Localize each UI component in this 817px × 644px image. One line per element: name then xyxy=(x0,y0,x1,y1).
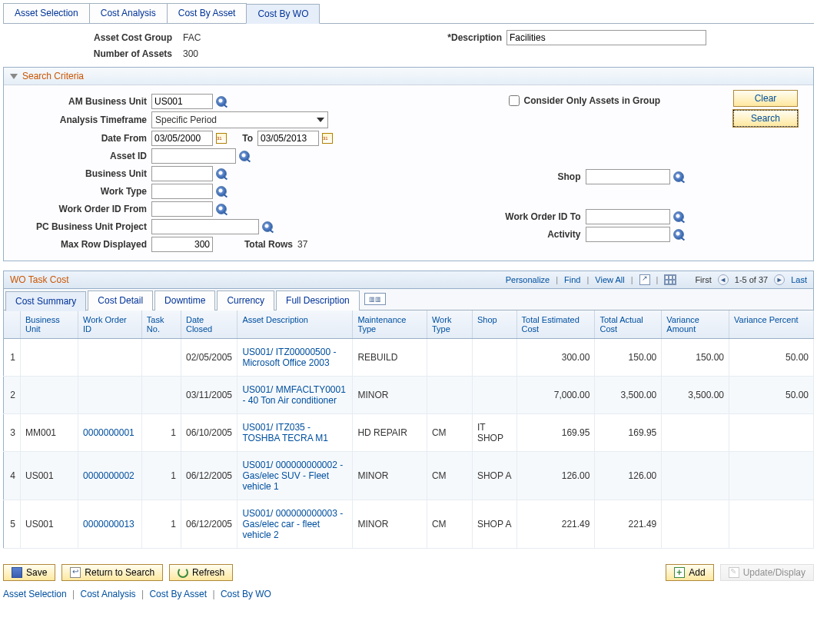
max-row-displayed-input[interactable] xyxy=(151,237,213,252)
first-label: First xyxy=(695,275,711,284)
cell-link[interactable]: US001/ 000000000003 - Gas/elec car - fle… xyxy=(242,508,343,540)
col-date-closed[interactable]: Date Closed xyxy=(181,310,237,339)
return-to-search-button[interactable]: Return to Search xyxy=(61,564,163,581)
work-order-id-to-label: Work Order ID To xyxy=(409,211,586,222)
col-task-no[interactable]: Task No. xyxy=(141,310,181,339)
shop-input[interactable] xyxy=(586,169,670,184)
subtab-currency[interactable]: Currency xyxy=(217,290,274,310)
col-asset-description[interactable]: Asset Description xyxy=(237,310,353,339)
number-of-assets-value: 300 xyxy=(180,48,198,59)
lookup-icon[interactable] xyxy=(673,229,684,240)
asset-id-label: Asset ID xyxy=(13,151,151,161)
tab-cost-analysis[interactable]: Cost Analysis xyxy=(89,3,168,23)
asset-cost-group-label: Asset Cost Group xyxy=(65,32,180,43)
update-icon xyxy=(729,567,739,578)
chevron-down-icon xyxy=(317,118,324,122)
tab-cost-by-wo[interactable]: Cost By WO xyxy=(246,4,320,24)
popout-icon[interactable] xyxy=(639,274,650,285)
add-button[interactable]: Add xyxy=(666,564,713,581)
save-button[interactable]: Save xyxy=(3,564,55,581)
calendar-icon[interactable]: 31 xyxy=(322,133,333,144)
last-link[interactable]: Last xyxy=(791,275,807,284)
subtab-downtime[interactable]: Downtime xyxy=(154,290,215,310)
business-unit-label: Business Unit xyxy=(13,168,151,179)
work-order-id-to-input[interactable] xyxy=(586,209,670,224)
spreadsheet-icon[interactable] xyxy=(664,274,676,285)
search-criteria-title: Search Criteria xyxy=(22,71,84,81)
cell-link[interactable]: US001/ ITZ00000500 - Microsoft Office 20… xyxy=(242,347,336,368)
date-to-label: To xyxy=(227,133,257,144)
calendar-icon[interactable]: 31 xyxy=(216,133,227,144)
refresh-button[interactable]: Refresh xyxy=(169,564,233,581)
link-cost-by-wo[interactable]: Cost By WO xyxy=(221,589,271,599)
search-criteria-header[interactable]: Search Criteria xyxy=(4,68,813,85)
number-of-assets-label: Number of Assets xyxy=(65,48,180,59)
subtab-full-description[interactable]: Full Description xyxy=(276,290,360,310)
tab-cost-by-asset[interactable]: Cost By Asset xyxy=(167,3,247,23)
col-total-estimated-cost[interactable]: Total Estimated Cost xyxy=(516,310,595,339)
find-link[interactable]: Find xyxy=(564,275,580,284)
date-to-input[interactable] xyxy=(257,131,319,146)
cell-link[interactable]: US001/ 000000000002 - Gas/elec SUV - Fle… xyxy=(242,460,343,492)
view-all-link[interactable]: View All xyxy=(595,275,624,284)
date-from-input[interactable] xyxy=(151,131,213,146)
col-work-order-id[interactable]: Work Order ID xyxy=(78,310,142,339)
next-page-icon[interactable]: ► xyxy=(774,274,785,285)
cell-link[interactable]: US001/ MMFACLTY0001 - 40 Ton Air conditi… xyxy=(242,384,346,406)
lookup-icon[interactable] xyxy=(216,204,227,214)
subtab-cost-detail[interactable]: Cost Detail xyxy=(88,290,153,310)
work-order-id-from-input[interactable] xyxy=(151,201,213,217)
analysis-timeframe-select[interactable]: Specific Period xyxy=(151,111,328,128)
table-row: 5US0010000000013106/12/2005US001/ 000000… xyxy=(4,500,814,549)
grid-header: WO Task Cost Personalize | Find | View A… xyxy=(3,271,814,289)
link-cost-by-asset[interactable]: Cost By Asset xyxy=(149,589,207,599)
lookup-icon[interactable] xyxy=(262,221,273,232)
cell-link[interactable]: 0000000002 xyxy=(83,470,135,481)
show-all-columns-icon[interactable]: ▥▥ xyxy=(364,293,386,305)
activity-input[interactable] xyxy=(586,227,670,242)
col-variance-percent[interactable]: Variance Percent xyxy=(729,310,814,339)
consider-only-checkbox[interactable] xyxy=(509,95,520,106)
pc-business-unit-project-label: PC Business Unit Project xyxy=(13,221,151,232)
search-criteria-panel: Search Criteria Clear Search AM Business… xyxy=(3,67,814,261)
am-business-unit-label: AM Business Unit xyxy=(13,96,151,107)
col-total-actual-cost[interactable]: Total Actual Cost xyxy=(595,310,662,339)
lookup-icon[interactable] xyxy=(673,171,684,182)
am-business-unit-input[interactable] xyxy=(151,94,213,109)
lookup-icon[interactable] xyxy=(673,211,684,222)
cell-link[interactable]: US001/ ITZ035 - TOSHBA TECRA M1 xyxy=(242,422,328,443)
work-type-input[interactable] xyxy=(151,184,213,199)
personalize-link[interactable]: Personalize xyxy=(506,275,550,284)
collapse-icon xyxy=(10,74,18,79)
analysis-timeframe-value: Specific Period xyxy=(155,115,217,125)
lookup-icon[interactable] xyxy=(216,186,227,197)
search-button[interactable]: Search xyxy=(733,110,798,127)
cell-link[interactable]: 0000000001 xyxy=(83,427,135,438)
pc-business-unit-project-input[interactable] xyxy=(151,219,259,234)
col-maintenance-type[interactable]: Maintenance Type xyxy=(353,310,427,339)
col-work-type[interactable]: Work Type xyxy=(427,310,472,339)
col-rownum xyxy=(4,310,21,339)
subtab-cost-summary[interactable]: Cost Summary xyxy=(5,291,86,311)
lookup-icon[interactable] xyxy=(216,96,227,107)
col-variance-amount[interactable]: Variance Amount xyxy=(662,310,729,339)
page-tabs: Asset Selection Cost Analysis Cost By As… xyxy=(3,3,814,24)
add-icon xyxy=(674,567,685,578)
lookup-icon[interactable] xyxy=(239,151,250,161)
wo-task-cost-table: Business Unit Work Order ID Task No. Dat… xyxy=(3,310,814,549)
description-input[interactable] xyxy=(506,30,706,45)
prev-page-icon[interactable]: ◄ xyxy=(718,274,729,285)
link-asset-selection[interactable]: Asset Selection xyxy=(3,589,67,599)
business-unit-input[interactable] xyxy=(151,166,213,181)
table-row: 3MM0010000000001106/10/2005US001/ ITZ035… xyxy=(4,414,814,452)
cell-link[interactable]: 0000000013 xyxy=(83,519,135,529)
lookup-icon[interactable] xyxy=(216,168,227,179)
asset-id-input[interactable] xyxy=(151,148,236,164)
col-business-unit[interactable]: Business Unit xyxy=(21,310,78,339)
clear-button[interactable]: Clear xyxy=(733,90,798,107)
tab-asset-selection[interactable]: Asset Selection xyxy=(3,3,90,23)
link-cost-analysis[interactable]: Cost Analysis xyxy=(81,589,136,599)
description-label: *Description xyxy=(447,32,506,43)
consider-only-label: Consider Only Assets in Group xyxy=(524,95,661,106)
col-shop[interactable]: Shop xyxy=(472,310,516,339)
